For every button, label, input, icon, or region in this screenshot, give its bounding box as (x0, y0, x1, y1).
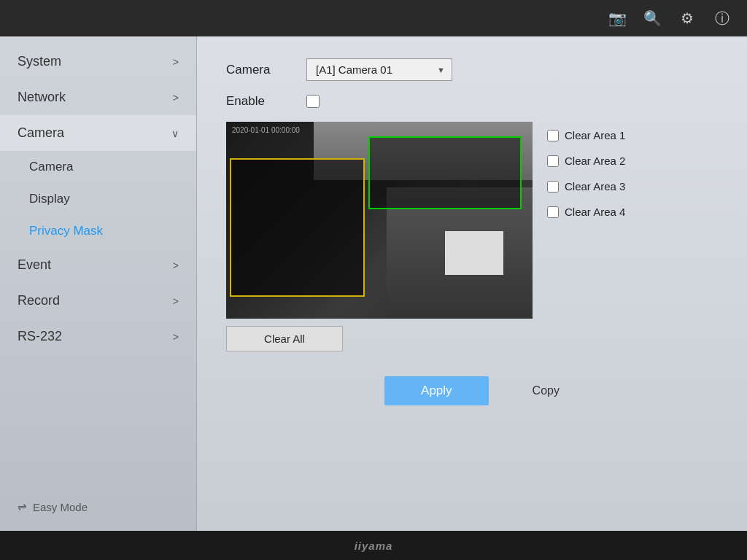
chevron-down-icon: ∨ (171, 128, 179, 139)
camera-field-label: Camera (226, 63, 292, 77)
enable-row: Enable (226, 94, 718, 109)
area3-checkbox[interactable] (547, 181, 559, 192)
camera-preview[interactable]: 2020-01-01 00:00:00 (226, 122, 533, 319)
area1-checkbox[interactable] (547, 130, 559, 141)
area2-row[interactable]: Clear Area 2 (547, 155, 625, 167)
white-box-object (445, 231, 503, 275)
area4-checkbox[interactable] (547, 206, 559, 218)
sidebar-subitem-privacy-mask[interactable]: Privacy Mask (0, 215, 196, 247)
privacy-mask-box-2[interactable] (368, 136, 522, 209)
enable-field-label: Enable (226, 94, 292, 109)
bottom-bar: Apply Copy (226, 365, 718, 417)
camera-timestamp: 2020-01-01 00:00:00 (232, 126, 300, 134)
preview-area: 2020-01-01 00:00:00 Clear All Clear Area… (226, 122, 718, 351)
sidebar-item-network-label: Network (18, 90, 66, 105)
sidebar-submenu-camera: Camera Display Privacy Mask (0, 151, 196, 247)
area4-label: Clear Area 4 (565, 206, 625, 218)
easy-mode-label: Easy Mode (33, 501, 88, 513)
chevron-right-icon: > (173, 260, 179, 271)
area3-row[interactable]: Clear Area 3 (547, 180, 625, 192)
content-area: Camera [A1] Camera 01 Enable (197, 36, 747, 531)
area3-label: Clear Area 3 (565, 180, 625, 192)
area2-label: Clear Area 2 (565, 155, 625, 167)
chevron-right-icon: > (173, 331, 179, 343)
camera-preview-container: 2020-01-01 00:00:00 Clear All (226, 122, 533, 351)
sidebar-item-camera[interactable]: Camera ∨ (0, 115, 196, 151)
enable-checkbox[interactable] (306, 95, 320, 108)
sidebar-subitem-camera[interactable]: Camera (0, 151, 196, 183)
camera-background: 2020-01-01 00:00:00 (226, 122, 533, 319)
area1-row[interactable]: Clear Area 1 (547, 129, 625, 141)
top-bar: 📷 🔍 ⚙ ⓘ (0, 0, 747, 36)
camera-feed-icon[interactable]: 📷 (607, 8, 627, 28)
search-icon[interactable]: 🔍 (642, 8, 662, 28)
gear-icon[interactable]: ⚙ (677, 8, 697, 28)
sidebar-item-record[interactable]: Record > (0, 283, 196, 319)
easy-mode-button[interactable]: ⇌ Easy Mode (0, 490, 196, 524)
camera-select-wrapper: [A1] Camera 01 (306, 58, 452, 81)
info-icon[interactable]: ⓘ (712, 8, 732, 28)
apply-button[interactable]: Apply (384, 376, 489, 405)
chevron-right-icon: > (173, 56, 179, 68)
areas-panel: Clear Area 1 Clear Area 2 Clear Area 3 C… (547, 122, 625, 218)
copy-button[interactable]: Copy (533, 384, 560, 397)
chevron-right-icon: > (173, 92, 179, 104)
sidebar-item-rs232-label: RS-232 (18, 329, 62, 344)
monitor-brand: iiyama (355, 540, 393, 552)
sidebar-item-record-label: Record (18, 293, 60, 308)
easy-mode-icon: ⇌ (18, 500, 27, 513)
sidebar-item-event[interactable]: Event > (0, 247, 196, 283)
monitor-bezel: iiyama (0, 531, 747, 560)
main-layout: System > Network > Camera ∨ Camera Displ… (0, 36, 747, 531)
sidebar: System > Network > Camera ∨ Camera Displ… (0, 36, 197, 531)
sidebar-subitem-display[interactable]: Display (0, 183, 196, 215)
clear-all-button[interactable]: Clear All (226, 326, 343, 351)
area1-label: Clear Area 1 (565, 129, 625, 141)
camera-select[interactable]: [A1] Camera 01 (306, 58, 452, 81)
sidebar-item-system-label: System (18, 54, 61, 69)
sidebar-item-network[interactable]: Network > (0, 79, 196, 115)
sidebar-item-camera-label: Camera (18, 125, 64, 141)
camera-row: Camera [A1] Camera 01 (226, 58, 718, 81)
sidebar-item-system[interactable]: System > (0, 44, 196, 79)
sidebar-item-rs232[interactable]: RS-232 > (0, 319, 196, 354)
area2-checkbox[interactable] (547, 155, 559, 167)
chevron-right-icon: > (173, 295, 179, 307)
area4-row[interactable]: Clear Area 4 (547, 206, 625, 218)
privacy-mask-box-1[interactable] (230, 158, 365, 297)
sidebar-item-event-label: Event (18, 257, 51, 273)
